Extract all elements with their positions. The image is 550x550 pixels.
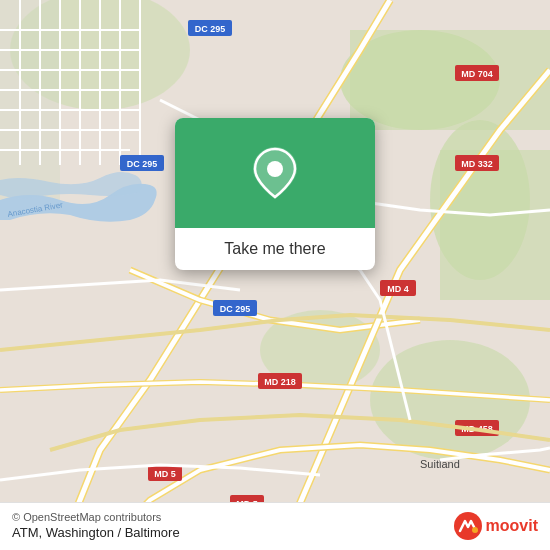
bottom-bar: © OpenStreetMap contributors ATM, Washin…	[0, 502, 550, 550]
map-container: Anacostia River	[0, 0, 550, 550]
svg-text:MD 5: MD 5	[154, 469, 176, 479]
popup-card[interactable]: Take me there	[175, 118, 375, 270]
svg-text:MD 332: MD 332	[461, 159, 493, 169]
svg-text:DC 295: DC 295	[195, 24, 226, 34]
popup-header	[175, 118, 375, 228]
svg-text:MD 704: MD 704	[461, 69, 493, 79]
map-svg: Anacostia River	[0, 0, 550, 550]
svg-text:MD 4: MD 4	[387, 284, 409, 294]
moovit-icon	[454, 512, 482, 540]
svg-text:DC 295: DC 295	[127, 159, 158, 169]
moovit-text: moovit	[486, 517, 538, 535]
svg-point-45	[267, 161, 283, 177]
take-me-there-button[interactable]: Take me there	[175, 228, 375, 270]
svg-rect-4	[440, 150, 550, 300]
moovit-logo: moovit	[454, 512, 538, 540]
location-pin-icon	[253, 147, 297, 199]
svg-text:Suitland: Suitland	[420, 458, 460, 470]
svg-text:MD 218: MD 218	[264, 377, 296, 387]
svg-rect-2	[350, 30, 550, 130]
svg-point-47	[472, 527, 478, 533]
svg-text:DC 295: DC 295	[220, 304, 251, 314]
osm-credit: © OpenStreetMap contributors	[12, 511, 180, 523]
location-title: ATM, Washington / Baltimore	[12, 525, 180, 540]
